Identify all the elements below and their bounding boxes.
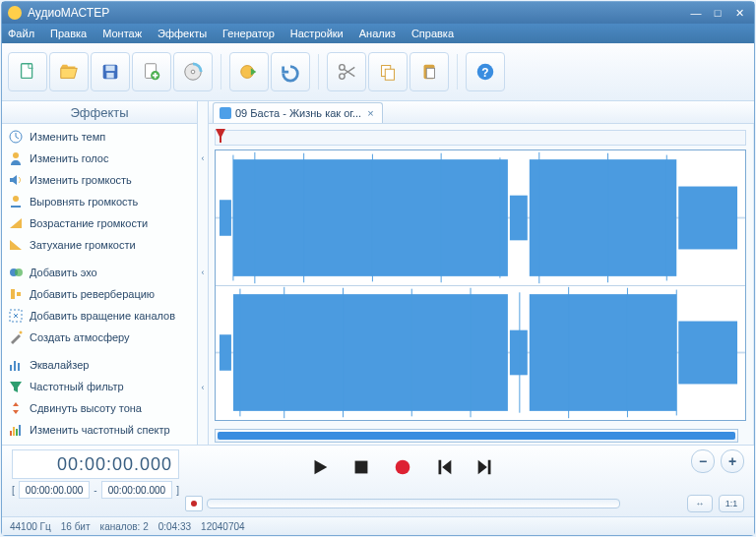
waveform-display[interactable] xyxy=(215,149,746,421)
sidebar-item-label: Добавить эхо xyxy=(30,267,97,278)
bracket-open: [ xyxy=(12,485,15,496)
prev-button[interactable] xyxy=(432,455,456,479)
cd-icon xyxy=(182,61,204,83)
toolbar-add-button[interactable] xyxy=(132,52,171,91)
maximize-button[interactable]: □ xyxy=(709,6,726,20)
content-area: 09 Баста - Жизнь как ог... × xyxy=(209,101,754,445)
selection-end-field[interactable]: 00:00:00.000 xyxy=(101,481,173,499)
menu-generator[interactable]: Генератор xyxy=(222,28,275,39)
sidebar-item-pitch[interactable]: Сдвинуть высоту тона xyxy=(2,397,197,419)
toolbar-new-button[interactable] xyxy=(8,52,47,91)
sidebar-item-label: Выровнять громкость xyxy=(30,196,138,208)
bracket-close: ] xyxy=(176,485,179,496)
toolbar-export-button[interactable] xyxy=(229,52,269,91)
tab-active[interactable]: 09 Баста - Жизнь как ог... × xyxy=(213,102,383,123)
sidebar-item-eq[interactable]: Эквалайзер xyxy=(2,354,197,376)
menu-analysis[interactable]: Анализ xyxy=(359,28,396,39)
play-button[interactable] xyxy=(308,455,332,479)
zoom-out-button[interactable]: − xyxy=(691,449,715,473)
overview-scrollbar[interactable] xyxy=(215,429,738,443)
selection-start-field[interactable]: 00:00:00.000 xyxy=(19,481,91,499)
copy-icon xyxy=(377,61,399,83)
svg-point-18 xyxy=(13,152,19,158)
minimize-button[interactable]: — xyxy=(687,6,705,20)
toolbar-separator xyxy=(220,54,221,90)
overview-range[interactable] xyxy=(218,432,735,440)
sidebar-collapse-strip[interactable]: ‹ ‹ ‹ xyxy=(198,101,209,445)
toolbar-copy-button[interactable] xyxy=(368,52,408,91)
undo-icon xyxy=(280,61,301,83)
toolbar-save-button[interactable] xyxy=(91,52,130,91)
menu-help[interactable]: Справка xyxy=(411,28,454,39)
svg-point-22 xyxy=(15,268,23,276)
menu-montage[interactable]: Монтаж xyxy=(102,28,142,39)
svg-rect-37 xyxy=(530,159,676,276)
save-icon xyxy=(99,61,121,83)
close-button[interactable]: ✕ xyxy=(730,6,748,20)
menu-file[interactable]: Файл xyxy=(8,28,34,39)
sidebar-item-filter[interactable]: Частотный фильтр xyxy=(2,376,197,397)
next-button[interactable] xyxy=(473,455,497,479)
help-icon: ? xyxy=(474,61,496,83)
toolbar-open-button[interactable] xyxy=(49,52,89,91)
svg-rect-20 xyxy=(11,206,21,208)
status-channels: каналов: 2 xyxy=(100,521,149,532)
toolbar-undo-button[interactable] xyxy=(271,52,310,91)
menu-effects[interactable]: Эффекты xyxy=(158,28,207,39)
toolbar-help-button[interactable]: ? xyxy=(466,52,505,91)
svg-rect-25 xyxy=(10,365,12,371)
zoom-fit-button[interactable]: ↔ xyxy=(687,495,713,512)
stop-button[interactable] xyxy=(349,455,373,479)
level-icon xyxy=(8,194,24,209)
menubar: Файл Правка Монтаж Эффекты Генератор Нас… xyxy=(2,24,754,43)
sidebar-item-atmos[interactable]: Создать атмосферу xyxy=(2,327,197,348)
toolbar-cut-button[interactable] xyxy=(327,52,366,91)
sidebar-item-voice[interactable]: Изменить голос xyxy=(2,148,197,169)
sidebar-item-spectrum[interactable]: Изменить частотный спектр xyxy=(2,419,197,441)
sidebar-item-fadeout[interactable]: Затухание громкости xyxy=(2,234,197,256)
window-title: АудиоМАСТЕР xyxy=(28,6,109,20)
sidebar-item-tempo[interactable]: Изменить темп xyxy=(2,126,197,148)
sidebar-item-label: Изменить темп xyxy=(30,131,105,143)
zoom-reset-button[interactable]: 1:1 xyxy=(719,495,744,512)
folder-open-icon xyxy=(58,61,80,83)
sidebar-item-volume[interactable]: Изменить громкость xyxy=(2,169,197,191)
playhead-marker[interactable] xyxy=(216,129,225,143)
toolbar-cd-button[interactable] xyxy=(173,52,213,91)
sidebar-item-fadein[interactable]: Возрастание громкости xyxy=(2,212,197,234)
progress-slider[interactable] xyxy=(207,499,620,508)
svg-point-19 xyxy=(13,196,19,202)
menu-edit[interactable]: Правка xyxy=(50,28,87,39)
svg-rect-28 xyxy=(10,431,12,436)
sidebar-item-normalize[interactable]: Выровнять громкость xyxy=(2,191,197,212)
record-button[interactable] xyxy=(391,455,414,479)
sidebar-item-echo[interactable]: Добавить эхо xyxy=(2,262,197,283)
zoom-in-button[interactable]: + xyxy=(721,449,744,473)
effects-sidebar: Эффекты Изменить темп Изменить голос Изм… xyxy=(2,101,198,445)
menu-settings[interactable]: Настройки xyxy=(290,28,344,39)
tab-close-button[interactable]: × xyxy=(365,107,375,119)
sidebar-item-label: Изменить громкость xyxy=(30,174,132,186)
status-bitdepth: 16 бит xyxy=(61,521,91,532)
svg-point-7 xyxy=(191,70,195,74)
timeline-ruler[interactable] xyxy=(215,130,746,146)
sidebar-item-rotate[interactable]: Добавить вращение каналов xyxy=(2,305,197,327)
waveform-area xyxy=(209,124,754,445)
status-samplerate: 44100 Гц xyxy=(10,521,51,532)
toolbar-separator xyxy=(318,54,319,90)
svg-text:?: ? xyxy=(481,66,488,80)
status-duration: 0:04:33 xyxy=(158,521,191,532)
scissors-icon xyxy=(336,61,357,83)
selection-range: [ 00:00:00.000 - 00:00:00.000 ] xyxy=(12,481,179,499)
svg-rect-26 xyxy=(14,361,16,371)
status-samples: 12040704 xyxy=(201,521,245,532)
loop-button[interactable] xyxy=(185,496,203,511)
clock-icon xyxy=(8,129,24,145)
toolbar-paste-button[interactable] xyxy=(410,52,449,91)
svg-rect-12 xyxy=(385,69,394,80)
sidebar-item-reverb[interactable]: Добавить реверберацию xyxy=(2,283,197,305)
waveform-channel-left xyxy=(216,150,745,285)
transport-controls xyxy=(185,449,620,512)
pitch-icon xyxy=(8,400,24,416)
svg-rect-14 xyxy=(426,68,434,78)
